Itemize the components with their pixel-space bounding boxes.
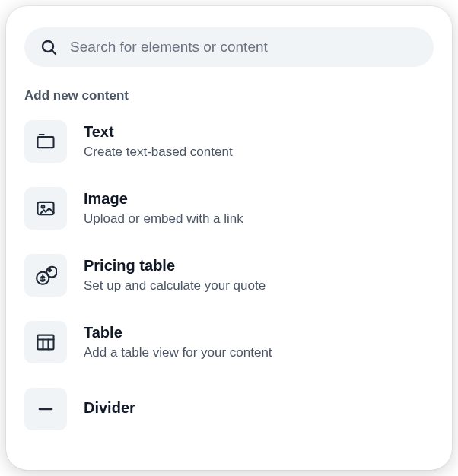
pricing-icon: [24, 254, 67, 297]
item-text-block: Divider: [84, 398, 135, 420]
search-input[interactable]: [70, 39, 418, 56]
item-table[interactable]: Table Add a table view for your content: [24, 321, 434, 363]
item-text-block: Pricing table Set up and calculate your …: [84, 256, 266, 294]
search-bar[interactable]: [24, 27, 434, 67]
item-desc: Create text-based content: [84, 144, 233, 160]
item-title: Divider: [84, 398, 135, 417]
item-text-block: Table Add a table view for your content: [84, 323, 272, 361]
content-picker-panel: Add new content Text Create text-based c…: [6, 6, 452, 470]
item-title: Image: [84, 189, 243, 208]
item-text-block: Text Create text-based content: [84, 122, 233, 160]
svg-line-1: [52, 50, 56, 54]
text-icon: [24, 120, 67, 163]
svg-point-5: [42, 205, 45, 208]
svg-rect-7: [38, 335, 54, 350]
item-text-block: Image Upload or embed with a link: [84, 189, 243, 227]
item-divider[interactable]: Divider: [24, 388, 434, 430]
item-text[interactable]: Text Create text-based content: [24, 120, 434, 163]
section-heading: Add new content: [24, 88, 434, 103]
item-image[interactable]: Image Upload or embed with a link: [24, 187, 434, 230]
search-icon: [40, 38, 58, 56]
item-title: Text: [84, 122, 233, 141]
item-desc: Upload or embed with a link: [84, 211, 243, 227]
item-title: Pricing table: [84, 256, 266, 274]
table-icon: [24, 321, 67, 363]
svg-rect-4: [38, 202, 54, 214]
image-icon: [24, 187, 67, 230]
item-desc: Add a table view for your content: [84, 344, 272, 361]
divider-icon: [24, 388, 67, 430]
item-desc: Set up and calculate your quote: [84, 278, 266, 294]
item-pricing-table[interactable]: Pricing table Set up and calculate your …: [24, 254, 434, 297]
svg-rect-2: [38, 137, 54, 148]
item-title: Table: [84, 323, 272, 341]
content-type-list: Text Create text-based content Image Upl…: [24, 120, 434, 430]
